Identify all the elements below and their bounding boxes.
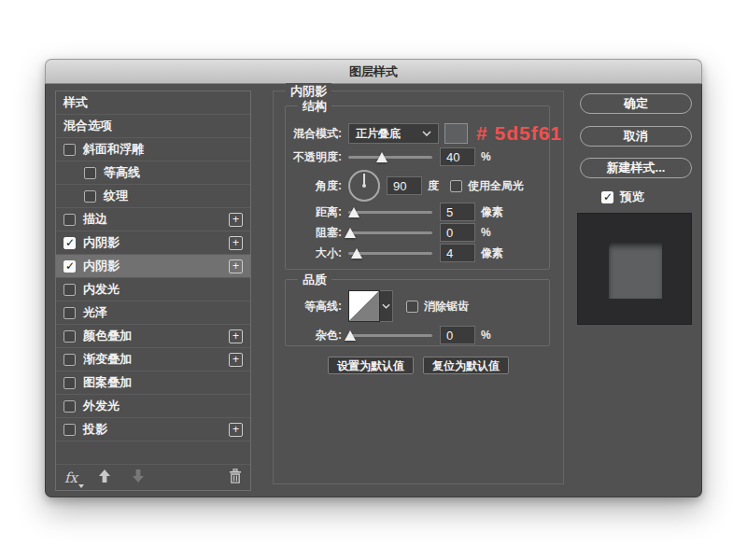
effects-sidebar: 样式混合选项斜面和浮雕等高线纹理描边+内阴影+内阴影+内发光光泽颜色叠加+渐变叠… — [55, 91, 251, 491]
use-global-light-checkbox[interactable] — [450, 180, 462, 192]
sidebar-item-gradient-overlay[interactable]: 渐变叠加+ — [56, 348, 250, 371]
contour-row: 等高线: 消除锯齿 — [291, 288, 562, 324]
title-bar[interactable]: 图层样式 — [45, 59, 702, 84]
make-default-button[interactable]: 设置为默认值 — [328, 357, 414, 374]
contour-picker[interactable] — [348, 290, 393, 322]
choke-row: 阻塞: % — [291, 222, 562, 243]
style-preview-swatch — [609, 243, 662, 299]
sidebar-item-outer-glow[interactable]: 外发光 — [56, 395, 250, 418]
noise-slider[interactable] — [348, 329, 432, 342]
sidebar-item-texture[interactable]: 纹理 — [56, 185, 250, 208]
sidebar-item-stroke[interactable]: 描边+ — [56, 208, 250, 231]
angle-input[interactable] — [387, 176, 422, 195]
size-input[interactable] — [440, 244, 475, 262]
add-effect-instance-button[interactable]: + — [229, 353, 243, 367]
distance-row: 距离: 像素 — [291, 202, 562, 222]
sidebar-item-label: 渐变叠加 — [83, 351, 132, 368]
reset-default-button[interactable]: 复位为默认值 — [423, 357, 509, 374]
size-slider[interactable] — [348, 246, 432, 259]
quality-group: 品质 等高线: 消除锯齿 杂色: — [285, 279, 550, 346]
sidebar-item-inner-shadow-1[interactable]: 内阴影+ — [56, 231, 250, 255]
noise-label: 杂色: — [291, 328, 342, 343]
cancel-button[interactable]: 取消 — [580, 126, 692, 147]
sidebar-item-label: 光泽 — [83, 304, 107, 321]
sidebar-item-inner-glow[interactable]: 内发光 — [56, 278, 250, 301]
choke-label: 阻塞: — [291, 225, 342, 241]
slider-thumb[interactable] — [345, 330, 356, 341]
noise-input[interactable] — [440, 326, 475, 344]
effect-checkbox[interactable] — [84, 190, 96, 203]
sidebar-item-inner-shadow-2[interactable]: 内阴影+ — [56, 255, 250, 278]
slider-thumb[interactable] — [348, 207, 359, 217]
effect-checkbox[interactable] — [63, 237, 76, 249]
effect-checkbox[interactable] — [63, 260, 76, 273]
add-effect-instance-button[interactable]: + — [229, 213, 243, 227]
move-effect-down-button[interactable] — [132, 469, 145, 487]
sidebar-item-satin[interactable]: 光泽 — [56, 301, 250, 325]
add-effect-instance-button[interactable]: + — [229, 236, 243, 250]
slider-thumb[interactable] — [345, 228, 356, 238]
effect-checkbox[interactable] — [63, 424, 76, 436]
effect-checkbox[interactable] — [63, 330, 76, 343]
shadow-color-swatch[interactable] — [444, 123, 468, 144]
new-style-button[interactable]: 新建样式... — [580, 158, 692, 178]
angle-label: 角度: — [291, 178, 342, 194]
sidebar-item-label: 内阴影 — [83, 258, 120, 274]
slider-thumb[interactable] — [351, 248, 362, 259]
effect-checkbox[interactable] — [63, 144, 76, 156]
sidebar-item-label: 样式 — [63, 94, 88, 111]
sidebar-item-label: 颜色叠加 — [83, 328, 132, 344]
blend-mode-dropdown[interactable]: 正片叠底 — [348, 123, 439, 144]
chevron-down-icon — [382, 303, 390, 309]
opacity-slider[interactable] — [348, 150, 432, 163]
distance-slider[interactable] — [348, 205, 432, 218]
opacity-unit: % — [481, 150, 491, 163]
anti-aliased-checkbox[interactable] — [406, 301, 418, 313]
sidebar-item-pattern-overlay[interactable]: 图案叠加 — [56, 371, 250, 395]
slider-track — [348, 231, 432, 234]
sidebar-item-styles[interactable]: 样式 — [56, 91, 250, 115]
preview-checkbox[interactable] — [601, 191, 613, 203]
contour-thumbnail[interactable] — [348, 290, 380, 322]
delete-effect-button[interactable] — [229, 469, 242, 487]
sidebar-item-label: 斜面和浮雕 — [83, 141, 144, 158]
sidebar-item-label: 混合选项 — [63, 118, 112, 134]
move-effect-up-button[interactable] — [98, 469, 111, 487]
angle-dial[interactable] — [348, 170, 380, 202]
slider-thumb[interactable] — [376, 152, 388, 162]
slider-track — [348, 334, 432, 337]
noise-unit: % — [481, 329, 491, 342]
chevron-down-icon — [422, 131, 431, 136]
choke-input[interactable] — [440, 223, 475, 242]
distance-unit: 像素 — [481, 204, 503, 220]
add-effect-instance-button[interactable]: + — [229, 259, 243, 273]
sidebar-item-drop-shadow[interactable]: 投影+ — [56, 418, 250, 441]
choke-slider[interactable] — [348, 226, 432, 239]
ok-button[interactable]: 确定 — [580, 93, 692, 114]
fx-menu-button[interactable]: fx — [64, 469, 78, 486]
distance-input[interactable] — [440, 203, 475, 221]
effect-checkbox[interactable] — [63, 307, 76, 319]
opacity-input[interactable] — [440, 147, 475, 166]
add-effect-instance-button[interactable]: + — [229, 329, 243, 343]
noise-row: 杂色: % — [291, 325, 562, 345]
structure-group: 结构 混合模式: 正片叠底 # 5d5f61 不透明度: — [285, 105, 550, 270]
effect-checkbox[interactable] — [63, 377, 76, 389]
sidebar-item-blending-options[interactable]: 混合选项 — [56, 115, 250, 138]
effect-checkbox[interactable] — [63, 214, 76, 226]
opacity-row: 不透明度: % — [291, 147, 562, 167]
angle-row: 角度: 度 使用全局光 — [291, 168, 562, 203]
slider-track — [348, 156, 432, 159]
effect-checkbox[interactable] — [63, 400, 76, 413]
sidebar-item-label: 投影 — [83, 421, 107, 438]
preview-toggle-row: 预览 — [601, 189, 644, 205]
sidebar-item-color-overlay[interactable]: 颜色叠加+ — [56, 325, 250, 348]
sidebar-item-contour[interactable]: 等高线 — [56, 161, 250, 185]
effect-checkbox[interactable] — [63, 284, 76, 296]
add-effect-instance-button[interactable]: + — [229, 423, 243, 437]
effect-checkbox[interactable] — [63, 354, 76, 366]
contour-dropdown-button[interactable] — [380, 290, 393, 322]
sidebar-item-bevel-emboss[interactable]: 斜面和浮雕 — [56, 138, 250, 161]
hex-annotation: # 5d5f61 — [476, 122, 562, 145]
effect-checkbox[interactable] — [84, 167, 96, 179]
